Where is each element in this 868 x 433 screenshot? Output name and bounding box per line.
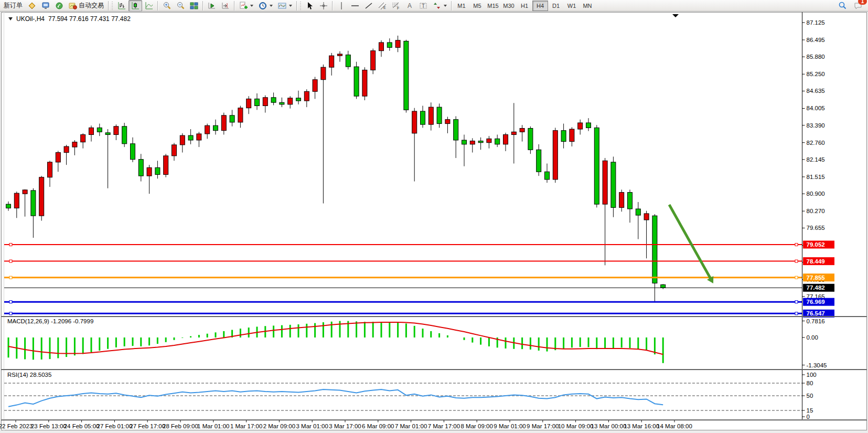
chart-title: UKOil-,H4 77.594 77.616 77.431 77.482 — [8, 15, 131, 23]
price-tick-label: 80.270 — [807, 208, 825, 214]
auto-scroll-button[interactable] — [205, 0, 219, 12]
timeframe-button-m15[interactable]: M15 — [485, 1, 501, 11]
periods-button[interactable] — [256, 0, 275, 12]
toolbar-grip[interactable] — [112, 2, 114, 10]
time-tick-label: 14 Mar 08:00 — [657, 423, 692, 429]
line-anchor-handle[interactable] — [795, 301, 798, 303]
line-anchor-handle[interactable] — [9, 301, 12, 303]
crosshair-tool-button[interactable] — [317, 0, 330, 12]
toolbar-separator — [157, 1, 158, 10]
macd-indicator-label: MACD(12,26,9) -1.2096 -0.7999 — [7, 318, 93, 324]
signals-button[interactable] — [52, 0, 66, 12]
candle-up — [23, 190, 27, 194]
trendline-icon — [365, 2, 373, 10]
price-tick-label: 82.145 — [807, 156, 825, 163]
price-tick-label: 80.900 — [807, 191, 825, 197]
timeframe-button-w1[interactable]: W1 — [564, 1, 580, 11]
time-tick-label: 28 Feb 09:00 — [163, 423, 198, 429]
chart-shift-button[interactable] — [219, 0, 232, 12]
arrows-tool-button[interactable] — [430, 0, 449, 12]
candle-up — [304, 91, 309, 101]
time-tick-label: 13 Mar 00:00 — [591, 423, 627, 429]
line-anchor-handle[interactable] — [795, 276, 798, 279]
candle-up — [205, 125, 210, 134]
candle-down — [188, 135, 193, 140]
trendline-tool-button[interactable] — [362, 0, 376, 12]
horizontal-line-tool-button[interactable] — [348, 0, 362, 12]
line-anchor-handle[interactable] — [795, 244, 798, 246]
text-tool-button[interactable]: A — [403, 0, 416, 12]
candle-up — [578, 123, 583, 129]
line-anchor-handle[interactable] — [9, 312, 12, 315]
candle-up — [428, 107, 433, 124]
candle-up — [48, 162, 52, 177]
candle-down — [594, 128, 599, 204]
macd-tick-label: 0.00 — [807, 334, 818, 341]
candle-up — [39, 177, 44, 216]
line-anchor-handle[interactable] — [795, 260, 798, 262]
timeframe-button-m5[interactable]: M5 — [469, 1, 485, 11]
line-anchor-handle[interactable] — [9, 276, 12, 279]
zoom-in-button[interactable] — [160, 0, 174, 12]
templates-button[interactable] — [275, 0, 295, 12]
autotrading-button[interactable]: 自动交易 — [66, 0, 106, 12]
candle-up — [238, 108, 243, 122]
candle-down — [296, 98, 301, 101]
fibonacci-icon: F — [392, 2, 400, 10]
candle-up — [288, 98, 293, 104]
time-tick-label: 8 Mar 09:00 — [461, 423, 493, 429]
dropdown-caret — [270, 5, 273, 7]
crosshair-icon — [319, 2, 328, 10]
chart-shift-icon — [221, 2, 230, 10]
candlestick-chart-type-button[interactable] — [128, 0, 142, 12]
timeframe-button-m30[interactable]: M30 — [501, 1, 517, 11]
line-anchor-handle[interactable] — [795, 312, 798, 315]
autotrading-icon — [69, 2, 77, 10]
channel-icon: E — [378, 2, 387, 10]
symbol-dropdown-icon[interactable] — [8, 17, 13, 20]
price-tick-label: 81.515 — [807, 174, 825, 180]
timeframe-button-h1[interactable]: H1 — [517, 1, 532, 11]
candle-down — [437, 107, 442, 123]
time-tick-label: 1 Mar 01:00 — [197, 423, 229, 429]
candle-up — [412, 111, 417, 133]
indicators-button[interactable] — [237, 0, 256, 12]
timeframe-button-m1[interactable]: M1 — [454, 1, 469, 11]
vertical-line-tool-button[interactable] — [335, 0, 348, 12]
chart-canvas[interactable]: 87.12586.49585.88085.25084.63584.00583.3… — [0, 0, 868, 433]
hosting-button[interactable] — [39, 0, 52, 12]
line-anchor-handle[interactable] — [9, 260, 12, 262]
fibonacci-tool-button[interactable]: F — [389, 0, 403, 12]
candle-down — [354, 67, 359, 96]
new-order-button[interactable]: 新订单 — [1, 0, 25, 12]
notifications-button[interactable]: 1 — [851, 0, 865, 12]
bar-chart-type-button[interactable] — [115, 0, 128, 12]
equidistant-channel-tool-button[interactable]: E — [376, 0, 389, 12]
rsi-tick-label: 50 — [807, 393, 813, 399]
candle-up — [147, 167, 152, 176]
tile-windows-button[interactable] — [187, 0, 201, 12]
cursor-tool-button[interactable] — [303, 0, 317, 12]
candle-up — [263, 98, 267, 106]
toolbar-separator — [108, 1, 109, 10]
market-depth-button[interactable] — [25, 0, 39, 12]
main-toolbar: 新订单 自动交易 — [0, 0, 868, 12]
zoom-out-icon — [176, 2, 185, 10]
timeframe-button-d1[interactable]: D1 — [548, 1, 564, 11]
toolbar-grip[interactable] — [300, 2, 302, 10]
line-chart-type-button[interactable] — [142, 0, 156, 12]
candle-up — [313, 80, 317, 92]
timeframe-button-h4[interactable]: H4 — [532, 1, 548, 11]
text-label-tool-button[interactable]: T — [416, 0, 430, 12]
candle-down — [155, 167, 160, 174]
zoom-out-button[interactable] — [174, 0, 187, 12]
candle-down — [138, 160, 143, 176]
search-button[interactable] — [835, 0, 849, 12]
timeframe-button-mn[interactable]: MN — [580, 1, 595, 11]
template-icon — [278, 2, 286, 10]
candle-down — [611, 162, 616, 207]
notification-badge[interactable]: 1 — [858, 0, 867, 5]
line-chart-icon — [145, 2, 153, 10]
line-anchor-handle[interactable] — [9, 244, 12, 246]
rsi-tick-label: 100 — [807, 372, 817, 378]
